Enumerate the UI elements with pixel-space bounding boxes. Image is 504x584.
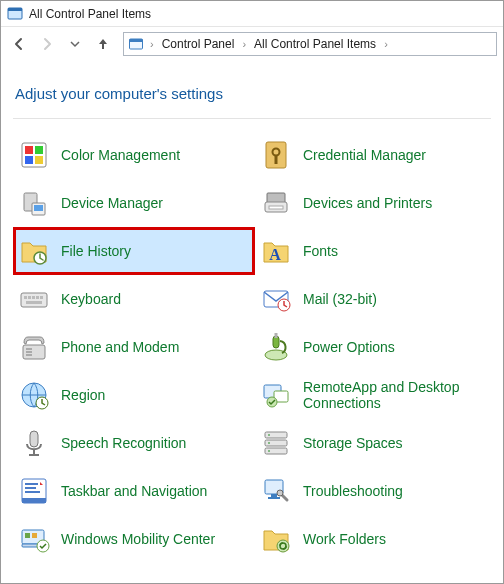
item-speech-recognition[interactable]: Speech Recognition [13,419,255,467]
item-file-history[interactable]: File History [13,227,255,275]
item-label: Taskbar and Navigation [61,483,207,499]
item-label: Speech Recognition [61,435,186,451]
navigation-bar: › Control Panel › All Control Panel Item… [1,27,503,61]
power-options-icon [259,330,293,364]
item-label: Color Management [61,147,180,163]
items-grid: Color ManagementCredential ManagerDevice… [1,119,503,563]
remoteapp-icon [259,378,293,412]
file-history-icon [17,234,51,268]
item-credential-manager[interactable]: Credential Manager [255,131,497,179]
device-manager-icon [17,186,51,220]
breadcrumb-label: Control Panel [162,37,235,51]
item-taskbar-and-navigation[interactable]: Taskbar and Navigation [13,467,255,515]
item-fonts[interactable]: Fonts [255,227,497,275]
taskbar-icon [17,474,51,508]
item-devices-and-printers[interactable]: Devices and Printers [255,179,497,227]
phone-modem-icon [17,330,51,364]
back-button[interactable] [7,32,31,56]
control-panel-icon [128,36,144,52]
keyboard-icon [17,282,51,316]
item-keyboard[interactable]: Keyboard [13,275,255,323]
chevron-right-icon: › [148,38,156,50]
chevron-right-icon: › [382,38,390,50]
item-label: Devices and Printers [303,195,432,211]
recent-locations-button[interactable] [63,32,87,56]
item-troubleshooting[interactable]: Troubleshooting [255,467,497,515]
address-bar[interactable]: › Control Panel › All Control Panel Item… [123,32,497,56]
work-folders-icon [259,522,293,556]
item-label: Keyboard [61,291,121,307]
item-label: Power Options [303,339,395,355]
troubleshooting-icon [259,474,293,508]
item-label: Mail (32-bit) [303,291,377,307]
item-label: Fonts [303,243,338,259]
chevron-right-icon: › [240,38,248,50]
devices-printers-icon [259,186,293,220]
title-bar: All Control Panel Items [1,1,503,27]
item-label: File History [61,243,131,259]
mail-icon [259,282,293,316]
item-region[interactable]: Region [13,371,255,419]
item-power-options[interactable]: Power Options [255,323,497,371]
item-mail-32-bit[interactable]: Mail (32-bit) [255,275,497,323]
window-title: All Control Panel Items [29,7,151,21]
speech-icon [17,426,51,460]
breadcrumb-label: All Control Panel Items [254,37,376,51]
item-label: Region [61,387,105,403]
item-storage-spaces[interactable]: Storage Spaces [255,419,497,467]
item-label: Device Manager [61,195,163,211]
up-button[interactable] [91,32,115,56]
region-icon [17,378,51,412]
item-work-folders[interactable]: Work Folders [255,515,497,563]
item-label: Storage Spaces [303,435,403,451]
item-windows-mobility-center[interactable]: Windows Mobility Center [13,515,255,563]
control-panel-window-icon [7,6,23,22]
item-label: Phone and Modem [61,339,179,355]
item-label: Troubleshooting [303,483,403,499]
breadcrumb-control-panel[interactable]: Control Panel [158,33,239,55]
item-label: Work Folders [303,531,386,547]
item-phone-and-modem[interactable]: Phone and Modem [13,323,255,371]
item-remoteapp-and-desktop-connections[interactable]: RemoteApp and Desktop Connections [255,371,497,419]
mobility-center-icon [17,522,51,556]
item-label: Credential Manager [303,147,426,163]
item-label: Windows Mobility Center [61,531,215,547]
color-management-icon [17,138,51,172]
credential-manager-icon [259,138,293,172]
item-device-manager[interactable]: Device Manager [13,179,255,227]
item-color-management[interactable]: Color Management [13,131,255,179]
storage-spaces-icon [259,426,293,460]
forward-button[interactable] [35,32,59,56]
page-heading: Adjust your computer's settings [1,61,503,118]
svg-rect-1 [8,8,22,11]
fonts-icon [259,234,293,268]
breadcrumb-all-items[interactable]: All Control Panel Items [250,33,380,55]
item-label: RemoteApp and Desktop Connections [303,379,493,411]
svg-rect-3 [130,39,143,42]
